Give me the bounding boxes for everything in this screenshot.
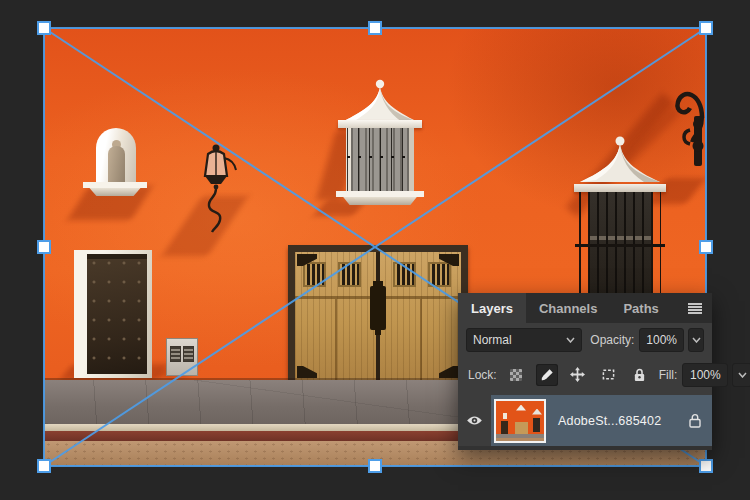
center-window-bars	[347, 128, 413, 191]
door-iron-hardware	[370, 286, 386, 330]
blend-mode-value: Normal	[473, 333, 512, 347]
opacity-value[interactable]: 100%	[639, 328, 684, 352]
iron-bracket	[664, 72, 706, 168]
left-door-lintel	[87, 254, 147, 259]
layer-thumbnail[interactable]	[494, 399, 546, 443]
door-stile	[420, 299, 422, 380]
right-window-cornice	[574, 184, 666, 192]
layer-lock-icon	[688, 413, 702, 428]
right-window-crossbar	[575, 244, 665, 247]
opacity-label: Opacity:	[590, 333, 634, 347]
door-window	[338, 262, 361, 287]
door-window	[428, 262, 451, 287]
layer-row[interactable]: AdobeSt...685402	[458, 395, 712, 446]
tab-channels[interactable]: Channels	[526, 293, 611, 323]
lock-position-icon[interactable]	[567, 364, 589, 386]
center-window-cornice	[338, 120, 422, 128]
fill-group: Fill: 100%	[651, 363, 750, 387]
photoshop-workspace: Layers Channels Paths Normal Opacity: 10…	[0, 0, 750, 500]
left-door	[87, 254, 147, 374]
chevron-down-icon	[566, 337, 575, 343]
blend-mode-select[interactable]: Normal	[466, 328, 582, 352]
opacity-value-text: 100%	[646, 333, 677, 347]
utility-box-grille	[183, 346, 194, 362]
center-window-sill	[336, 191, 424, 197]
lock-artboard-icon[interactable]	[598, 364, 620, 386]
lock-paint-icon[interactable]	[536, 364, 558, 386]
layer-entry[interactable]: AdobeSt...685402	[491, 395, 712, 446]
lock-label: Lock:	[468, 368, 497, 382]
tab-paths[interactable]: Paths	[610, 293, 671, 323]
lock-transparency-icon[interactable]	[505, 364, 527, 386]
layers-panel: Layers Channels Paths Normal Opacity: 10…	[458, 293, 712, 450]
panel-footer	[458, 446, 712, 450]
door-stile	[335, 299, 337, 380]
door-window	[393, 262, 416, 287]
center-window-bar-joints	[347, 156, 413, 158]
layer-name: AdobeSt...685402	[558, 414, 661, 428]
right-window-bars	[579, 192, 661, 304]
lock-buttons	[505, 364, 651, 386]
lock-fill-row: Lock:	[458, 357, 712, 392]
fill-value-text: 100%	[690, 368, 721, 382]
layer-visibility-toggle[interactable]	[458, 395, 491, 446]
fill-label: Fill:	[659, 368, 678, 382]
eye-icon	[466, 415, 483, 426]
niche-shelf	[83, 182, 147, 188]
opacity-dropdown-button[interactable]	[688, 328, 704, 352]
wall-lantern	[194, 140, 238, 236]
chevron-down-icon	[738, 372, 747, 378]
blend-opacity-row: Normal Opacity: 100%	[458, 323, 712, 357]
panel-menu-icon[interactable]	[688, 303, 702, 314]
tab-layers[interactable]: Layers	[458, 293, 526, 323]
chevron-down-icon	[692, 337, 701, 343]
utility-box-grille	[170, 346, 181, 362]
lock-all-icon[interactable]	[629, 364, 651, 386]
right-window-roof	[570, 132, 670, 188]
panel-tab-bar: Layers Channels Paths	[458, 293, 712, 323]
center-window-sill-molding	[340, 197, 420, 205]
fill-value[interactable]: 100%	[682, 363, 728, 387]
door-window	[303, 262, 326, 287]
fill-dropdown-button[interactable]	[732, 363, 750, 387]
statue	[108, 146, 125, 186]
